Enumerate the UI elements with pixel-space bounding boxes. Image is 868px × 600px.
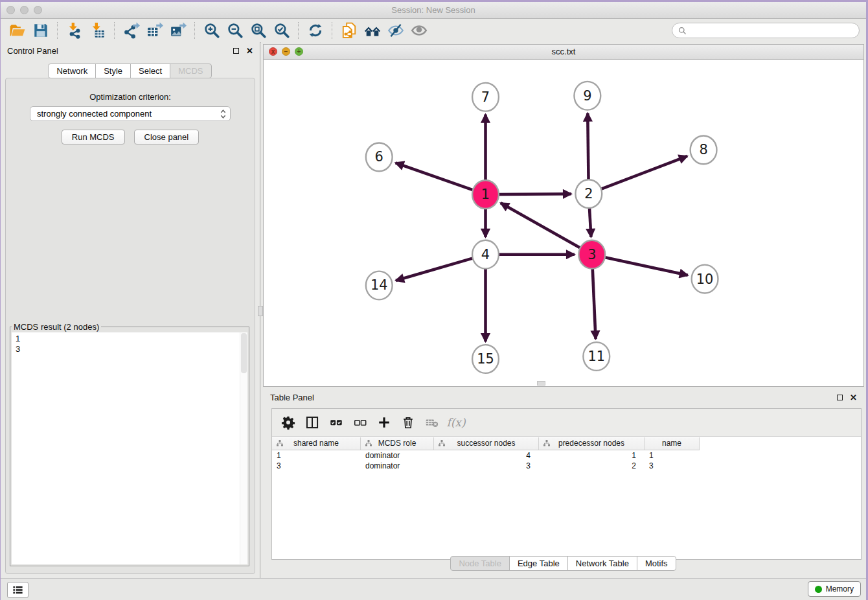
close-window-button[interactable] [6, 6, 15, 14]
cell-shared-name[interactable]: 1 [272, 451, 361, 460]
memory-button[interactable]: Memory [808, 581, 861, 597]
deselect-all-rows-button[interactable] [350, 413, 370, 432]
cell-MCDS-role[interactable]: dominator [361, 451, 434, 460]
open-session-button[interactable] [6, 21, 29, 40]
close-table-panel-icon[interactable]: ✕ [850, 394, 857, 401]
tab-motifs[interactable]: Motifs [637, 556, 676, 571]
column-header-shared-name[interactable]: shared name [272, 437, 361, 450]
node-label: 10 [696, 271, 714, 287]
edge-3-11[interactable] [593, 268, 596, 340]
tab-node-table[interactable]: Node Table [450, 556, 510, 571]
save-session-button[interactable] [29, 21, 52, 40]
export-image-icon [170, 22, 187, 39]
zoom-selected-icon [273, 22, 290, 39]
zoom-in-button[interactable] [200, 21, 223, 40]
mcds-result-text[interactable]: 13 [12, 332, 247, 564]
criterion-select[interactable]: strongly connected component [30, 106, 231, 121]
export-table-icon [146, 22, 163, 39]
run-mcds-button[interactable]: Run MCDS [62, 130, 125, 144]
network-maximize-button[interactable]: + [295, 47, 303, 56]
task-history-button[interactable] [7, 582, 29, 598]
fx-icon: f(x) [446, 416, 465, 429]
node-1[interactable]: 1 [472, 180, 499, 209]
column-header-predecessor-nodes[interactable]: predecessor nodes [539, 437, 645, 450]
import-network-button[interactable] [63, 21, 86, 40]
node-6[interactable]: 6 [366, 143, 393, 171]
node-2[interactable]: 2 [575, 179, 602, 208]
node-label: 11 [588, 349, 605, 364]
cell-name[interactable]: 3 [645, 461, 699, 470]
refresh-view-button[interactable] [304, 21, 327, 40]
node-15[interactable]: 15 [472, 345, 499, 373]
node-14[interactable]: 14 [366, 271, 393, 300]
network-minimize-button[interactable]: − [282, 47, 290, 56]
node-4[interactable]: 4 [472, 240, 499, 269]
first-neighbors-button[interactable] [361, 21, 384, 40]
edge-2-9[interactable] [588, 113, 588, 181]
export-image-button[interactable] [166, 21, 190, 40]
table-settings-button[interactable] [279, 413, 298, 432]
toggle-panel-layout-button[interactable] [303, 413, 322, 432]
zoom-fit-button[interactable] [247, 21, 270, 40]
edge-1-2[interactable] [499, 194, 571, 194]
zoom-window-button[interactable] [34, 6, 42, 14]
cell-shared-name[interactable]: 3 [272, 461, 361, 470]
edge-2-8[interactable] [601, 156, 687, 189]
cell-successor-nodes[interactable]: 4 [434, 451, 539, 460]
network-window: x − + scc.txt 7968124314101511 [264, 45, 863, 386]
create-column-button[interactable] [374, 413, 394, 432]
zoom-selected-button[interactable] [270, 21, 293, 40]
edge-3-10[interactable] [605, 257, 688, 275]
edge-2-3[interactable] [589, 207, 591, 237]
float-panel-icon[interactable] [233, 48, 239, 54]
cell-name[interactable]: 1 [645, 451, 699, 460]
select-all-rows-button[interactable] [326, 413, 346, 432]
edge-1-6[interactable] [396, 163, 473, 190]
search-field[interactable] [672, 23, 860, 38]
result-scrollbar[interactable] [240, 332, 247, 564]
search-input[interactable] [690, 25, 854, 36]
edge-3-1[interactable] [501, 203, 580, 248]
zoom-fit-icon [250, 22, 267, 39]
node-10[interactable]: 10 [692, 265, 718, 294]
import-table-button[interactable] [86, 21, 109, 40]
cell-MCDS-role[interactable]: dominator [361, 461, 434, 470]
tab-network[interactable]: Network [48, 63, 96, 78]
node-7[interactable]: 7 [472, 83, 499, 111]
table-row[interactable]: 3dominator323 [272, 461, 861, 471]
edge-4-14[interactable] [396, 259, 472, 281]
cell-successor-nodes[interactable]: 3 [434, 461, 539, 470]
column-header-name[interactable]: name [645, 437, 699, 450]
float-table-panel-icon[interactable] [837, 395, 843, 400]
control-panel-tabs: NetworkStyleSelectMCDS [1, 63, 260, 78]
minimize-window-button[interactable] [20, 6, 29, 14]
export-network-button[interactable] [120, 21, 143, 40]
close-panel-icon[interactable]: ✕ [246, 47, 253, 54]
cell-predecessor-nodes[interactable]: 2 [539, 461, 645, 470]
table-row[interactable]: 1dominator411 [272, 450, 861, 461]
delete-column-button[interactable] [398, 413, 418, 432]
new-network-from-selection-button[interactable] [337, 21, 361, 40]
hide-selected-button[interactable] [384, 21, 407, 40]
horizontal-splitter-handle[interactable] [537, 381, 545, 386]
optimization-criterion-label: Optimization criterion: [6, 78, 255, 102]
tab-edge-table[interactable]: Edge Table [509, 556, 568, 571]
node-8[interactable]: 8 [691, 135, 717, 164]
tab-select[interactable]: Select [130, 63, 170, 78]
tab-mcds[interactable]: MCDS [170, 63, 211, 78]
close-panel-button[interactable]: Close panel [134, 130, 200, 144]
tab-style[interactable]: Style [95, 63, 131, 78]
network-close-button[interactable]: x [269, 47, 277, 56]
node-9[interactable]: 9 [574, 82, 600, 110]
export-table-button[interactable] [143, 21, 166, 40]
result-scroll-thumb[interactable] [241, 333, 247, 373]
node-11[interactable]: 11 [583, 342, 610, 371]
tab-network-table[interactable]: Network Table [567, 556, 637, 571]
zoom-out-button[interactable] [223, 21, 247, 40]
network-view[interactable]: 7968124314101511 [264, 60, 863, 386]
vertical-splitter-handle[interactable] [258, 306, 263, 316]
column-header-MCDS-role[interactable]: MCDS role [361, 437, 434, 450]
cell-predecessor-nodes[interactable]: 1 [539, 451, 645, 460]
node-3[interactable]: 3 [578, 240, 605, 269]
column-header-successor-nodes[interactable]: successor nodes [434, 437, 539, 450]
